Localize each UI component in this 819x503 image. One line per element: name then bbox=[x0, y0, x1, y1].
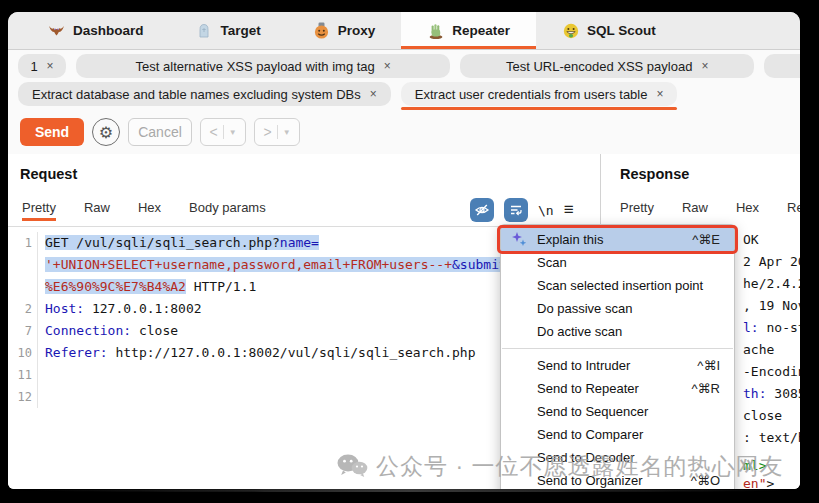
response-line-fragment: OK bbox=[743, 232, 759, 247]
menu-item-label: Scan bbox=[537, 255, 567, 270]
main-tab-sql-scout[interactable]: SQL Scout bbox=[536, 12, 682, 49]
session-tab-label: 1 bbox=[30, 59, 37, 74]
close-icon[interactable]: × bbox=[370, 87, 377, 101]
context-menu-item-scan-selected-insertion-point[interactable]: Scan selected insertion point bbox=[501, 274, 734, 297]
context-menu-item-do-passive-scan[interactable]: Do passive scan bbox=[501, 297, 734, 320]
context-menu-item-do-active-scan[interactable]: Do active scan bbox=[501, 320, 734, 343]
context-menu-item-send-to-comparer[interactable]: Send to Comparer bbox=[501, 423, 734, 446]
code-text: Host: 127.0.0.1:8002 bbox=[38, 298, 202, 320]
menu-item-shortcut: ^⌘R bbox=[692, 377, 721, 400]
newline-icon[interactable]: \n bbox=[538, 203, 554, 218]
divider bbox=[277, 125, 278, 139]
line-number: 1 bbox=[8, 232, 38, 254]
watermark-text: 公众号 · 一位不愿透露姓名的热心网友 bbox=[376, 451, 783, 482]
response-line-fragment: th: 30856 bbox=[743, 386, 800, 401]
code-segment: Referer: bbox=[45, 345, 108, 360]
screenshot-root: { "colors": { "accent_orange": "#ee5f2b"… bbox=[0, 0, 819, 503]
main-tab-label: Proxy bbox=[338, 23, 376, 38]
context-menu-item-send-to-sequencer[interactable]: Send to Sequencer bbox=[501, 400, 734, 423]
line-number: 10 bbox=[8, 342, 38, 364]
chevron-down-icon[interactable]: ▼ bbox=[229, 128, 237, 137]
response-tab-render[interactable]: Render bbox=[787, 200, 800, 221]
session-tab-partial[interactable] bbox=[764, 54, 800, 78]
line-number: 2 bbox=[8, 298, 38, 320]
main-tab-label: Dashboard bbox=[73, 23, 144, 38]
context-menu-item-scan[interactable]: Scan bbox=[501, 251, 734, 274]
response-tab-raw[interactable]: Raw bbox=[682, 200, 708, 221]
request-tab-pretty[interactable]: Pretty bbox=[22, 200, 56, 221]
session-tab[interactable]: 1× bbox=[18, 54, 66, 78]
menu-item-shortcut: ^⌘I bbox=[697, 354, 720, 377]
request-panel-title: Request bbox=[20, 166, 77, 182]
send-button[interactable]: Send bbox=[20, 118, 84, 146]
line-number bbox=[8, 254, 38, 276]
editor-menu-icon[interactable]: ≡ bbox=[564, 200, 574, 220]
main-tab-label: Target bbox=[221, 23, 261, 38]
code-segment: 30856 bbox=[766, 386, 800, 401]
code-segment: OK bbox=[743, 232, 759, 247]
watermark: 公众号 · 一位不愿透露姓名的热心网友 bbox=[336, 451, 783, 482]
menu-item-shortcut: ^⌘E bbox=[692, 228, 720, 251]
main-tab-proxy[interactable]: Proxy bbox=[287, 12, 402, 49]
session-tab[interactable]: Extract user credentials from users tabl… bbox=[401, 82, 678, 106]
main-tab-repeater[interactable]: Repeater bbox=[401, 12, 536, 49]
wrap-lines-glyph bbox=[508, 202, 524, 218]
menu-item-label: Explain this bbox=[537, 232, 603, 247]
code-segment: Connection: bbox=[45, 323, 131, 338]
session-tab-label: Test URL-encoded XSS payload bbox=[506, 59, 692, 74]
chevron-down-icon[interactable]: ▼ bbox=[283, 128, 291, 137]
request-tab-body-params[interactable]: Body params bbox=[189, 200, 266, 221]
session-tab-label: Extract user credentials from users tabl… bbox=[415, 87, 648, 102]
menu-item-label: Scan selected insertion point bbox=[537, 278, 703, 293]
wechat-icon bbox=[336, 453, 368, 480]
response-line-fragment: l: no-sto bbox=[743, 320, 800, 335]
window-bottom-frame bbox=[0, 489, 819, 503]
response-tab-pretty[interactable]: Pretty bbox=[620, 200, 654, 221]
eye-slash-icon[interactable] bbox=[470, 198, 494, 222]
menu-item-label: Do active scan bbox=[537, 324, 622, 339]
code-text bbox=[38, 386, 45, 408]
request-tab-raw[interactable]: Raw bbox=[84, 200, 110, 221]
bat-icon bbox=[48, 22, 65, 39]
main-tab-dashboard[interactable]: Dashboard bbox=[22, 12, 170, 49]
session-tab[interactable]: Test alternative XSS payload with img ta… bbox=[76, 54, 450, 78]
code-segment: : text/ht bbox=[743, 430, 800, 445]
code-segment: 2 Apr 202 bbox=[743, 254, 800, 269]
session-tab-label: Test alternative XSS payload with img ta… bbox=[136, 59, 375, 74]
code-segment: close bbox=[743, 408, 782, 423]
context-menu-item-send-to-intruder[interactable]: Send to Intruder^⌘I bbox=[501, 354, 734, 377]
wrap-lines-icon[interactable] bbox=[504, 198, 528, 222]
next-request-button[interactable]: > ▼ bbox=[254, 118, 300, 146]
request-tab-hex[interactable]: Hex bbox=[138, 200, 161, 221]
settings-button[interactable]: ⚙ bbox=[92, 118, 120, 146]
code-segment: th: bbox=[743, 386, 766, 401]
code-segment: name= bbox=[280, 235, 319, 250]
code-text bbox=[38, 364, 45, 386]
divider bbox=[223, 125, 224, 139]
close-icon[interactable]: × bbox=[701, 59, 708, 73]
close-icon[interactable]: × bbox=[384, 59, 391, 73]
previous-request-button[interactable]: < ▼ bbox=[200, 118, 246, 146]
menu-item-label: Send to Repeater bbox=[537, 381, 639, 396]
session-tab[interactable]: Test URL-encoded XSS payload× bbox=[460, 54, 754, 78]
main-tab-target[interactable]: Target bbox=[170, 12, 287, 49]
response-tab-hex[interactable]: Hex bbox=[736, 200, 759, 221]
zombie-hand-icon bbox=[427, 22, 444, 39]
code-segment: '+UNION+SELECT+username,password,email+F… bbox=[45, 257, 452, 272]
main-tab-bar: DashboardTargetProxyRepeaterSQL Scout bbox=[8, 12, 800, 50]
request-subtabs: PrettyRawHexBody params bbox=[22, 200, 266, 221]
response-line-fragment: , 19 Nov bbox=[743, 298, 800, 313]
response-line-fragment: he/2.4.29 bbox=[743, 276, 800, 291]
close-icon[interactable]: × bbox=[656, 87, 663, 101]
cancel-button[interactable]: Cancel bbox=[128, 118, 192, 146]
session-tab[interactable]: Extract database and table names excludi… bbox=[18, 82, 391, 106]
context-menu-item-explain-this[interactable]: Explain this^⌘E bbox=[501, 228, 734, 251]
code-segment: no-sto bbox=[759, 320, 800, 335]
close-icon[interactable]: × bbox=[47, 59, 54, 73]
response-subtabs: PrettyRawHexRender bbox=[620, 200, 800, 221]
code-text: GET /vul/sqli/sqli_search.php?name= bbox=[38, 232, 319, 254]
request-editor-icons: \n ≡ bbox=[470, 198, 574, 222]
tombstone-icon bbox=[196, 22, 213, 39]
response-line-fragment: ache bbox=[743, 342, 774, 357]
context-menu-item-send-to-repeater[interactable]: Send to Repeater^⌘R bbox=[501, 377, 734, 400]
